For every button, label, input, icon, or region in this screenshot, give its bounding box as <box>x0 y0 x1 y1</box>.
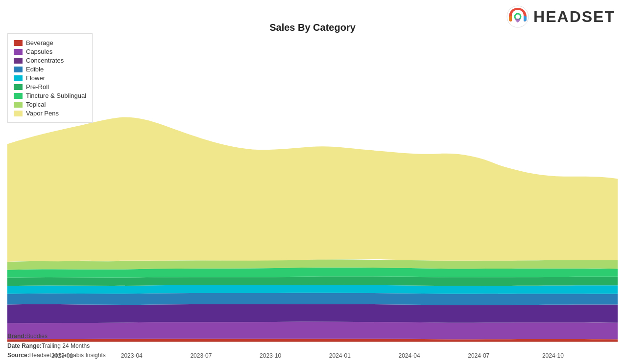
flower-area <box>7 285 618 294</box>
legend-color-topical <box>14 102 23 108</box>
xlabel-5: 2024-01 <box>329 352 351 359</box>
preroll-area <box>7 276 618 286</box>
brand-value: Buddies <box>26 333 48 340</box>
legend-label: Beverage <box>26 39 53 46</box>
legend-label: Concentrates <box>26 57 64 64</box>
legend-color-pre-roll <box>14 84 23 90</box>
xlabel-6: 2024-04 <box>399 352 420 359</box>
source-label: Source: <box>7 352 29 359</box>
page: HEADSET Sales By Category BeverageCapsul… <box>0 0 625 364</box>
legend-label: Capsules <box>26 48 52 55</box>
date-value: Trailing 24 Months <box>42 342 90 349</box>
chart-svg <box>7 32 618 342</box>
legend-color-concentrates <box>14 58 23 64</box>
legend-color-flower <box>14 75 23 81</box>
legend-item-edible: Edible <box>14 66 86 73</box>
legend-item-flower: Flower <box>14 74 86 82</box>
source-value: Headset.io Cannabis Insights <box>29 352 106 359</box>
legend-item-topical: Topical <box>14 101 86 108</box>
brand-label: Brand: <box>7 333 26 340</box>
date-label: Date Range: <box>7 342 42 349</box>
footer: Brand:Buddies Date Range:Trailing 24 Mon… <box>7 332 106 360</box>
legend-item-capsules: Capsules <box>14 48 86 55</box>
legend-color-vapor_pens <box>14 111 23 116</box>
xlabel-4: 2023-10 <box>260 352 281 359</box>
xlabel-7: 2024-07 <box>468 352 489 359</box>
legend-color-capsules <box>14 49 23 55</box>
legend-item-pre-roll: Pre-Roll <box>14 83 86 91</box>
chart-area: 2023-01 2023-04 2023-07 2023-10 2024-01 … <box>7 32 618 342</box>
legend: BeverageCapsulesConcentratesEdibleFlower… <box>7 33 93 123</box>
legend-color-beverage <box>14 40 23 46</box>
legend-label: Vapor Pens <box>26 110 59 117</box>
legend-color-edible <box>14 67 23 72</box>
legend-label: Edible <box>26 66 44 73</box>
legend-item-beverage: Beverage <box>14 39 86 46</box>
legend-label: Pre-Roll <box>26 83 49 91</box>
concentrates-area <box>7 304 618 323</box>
xlabel-3: 2023-07 <box>190 352 212 359</box>
xlabel-2: 2023-04 <box>121 352 143 359</box>
legend-item-vapor_pens: Vapor Pens <box>14 110 86 117</box>
legend-label: Flower <box>26 74 45 82</box>
legend-label: Tincture & Sublingual <box>26 92 86 99</box>
legend-item-concentrates: Concentrates <box>14 57 86 64</box>
legend-item-tincture__sublingual: Tincture & Sublingual <box>14 92 86 99</box>
legend-label: Topical <box>26 101 46 108</box>
edible-area <box>7 293 618 305</box>
legend-color-tincture_&_sublingual <box>14 93 23 99</box>
xlabel-8: 2024-10 <box>542 352 564 359</box>
vaporpens-area <box>7 117 618 262</box>
